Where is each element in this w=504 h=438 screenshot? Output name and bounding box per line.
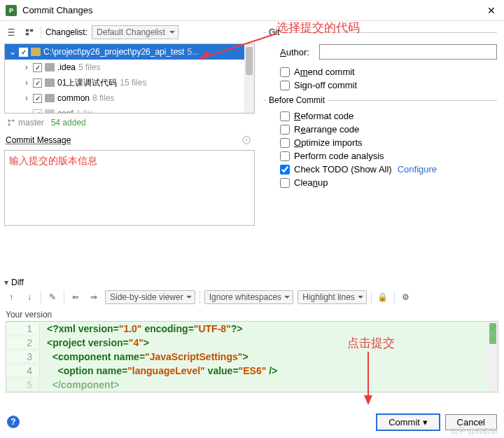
chevron-right-icon[interactable]: › (23, 93, 30, 103)
commit-button[interactable]: Commit ▾ (377, 414, 439, 430)
tree-item[interactable]: ⌄ ✓ conf 1 file (5, 106, 254, 114)
folder-icon (45, 78, 55, 87)
author-label: Author: (280, 47, 315, 57)
chevron-down-icon[interactable]: ⌄ (9, 47, 16, 57)
git-section: Git Author: Amend commit Sign-off commit (263, 32, 497, 90)
close-icon[interactable]: ✕ (484, 5, 498, 16)
history-icon[interactable] (239, 133, 253, 147)
file-tree[interactable]: ⌄ ✓ C:\project\py26_project\py26_api_tes… (4, 43, 255, 114)
svg-point-4 (8, 124, 10, 126)
tree-item[interactable]: › ✓ 01上课调试代码 15 files (5, 75, 254, 90)
svg-point-5 (13, 120, 15, 122)
group-icon[interactable] (22, 25, 36, 39)
diff-toolbar: ↑ ↓ ✎ ⇐ ⇒ Side-by-side viewer Ignore whi… (0, 289, 504, 308)
svg-point-3 (8, 120, 10, 122)
title-bar: P Commit Changes ✕ (0, 0, 504, 21)
commit-message-note: 输入提交的版本信息 (9, 155, 97, 166)
before-commit-legend: Before Commit (266, 95, 328, 105)
configure-link[interactable]: Configure (398, 164, 437, 174)
checkbox[interactable]: ✓ (33, 63, 42, 72)
lock-icon[interactable]: 🔒 (376, 290, 390, 304)
commit-message-input[interactable]: 输入提交的版本信息 (4, 150, 255, 226)
tree-item-name: .idea (57, 62, 76, 72)
help-icon[interactable]: ? (7, 416, 20, 428)
tree-item-meta: 5 files (78, 62, 100, 72)
arrow-down-icon[interactable]: ↓ (22, 290, 36, 304)
signoff-checkbox[interactable] (280, 81, 290, 90)
scrollbar[interactable] (244, 44, 254, 113)
before-commit-section: Before Commit Reformat code Rearrange co… (263, 100, 497, 188)
rearrange-checkbox[interactable] (280, 125, 290, 135)
rearrange-row[interactable]: Rearrange code (280, 124, 497, 135)
whitespace-select[interactable]: Ignore whitespaces (204, 290, 293, 304)
code-line-4: <option name="languageLevel" value="ES6"… (40, 365, 277, 376)
chevron-down-icon[interactable]: ⌄ (23, 109, 30, 114)
cleanup-checkbox[interactable] (280, 178, 290, 188)
diff-header: ▾ Diff (0, 273, 504, 289)
watermark: 知乎 @棕棕班 (450, 426, 498, 437)
arrow-up-icon[interactable]: ↑ (4, 290, 18, 304)
separator (41, 26, 41, 39)
window-title: Commit Changes (22, 5, 484, 15)
todo-checkbox[interactable] (280, 165, 290, 174)
code-line-3: <component name="JavaScriptSettings"> (40, 351, 248, 362)
separator (371, 291, 372, 303)
svg-marker-10 (364, 395, 372, 405)
vcs-status: master 54 added (4, 114, 255, 132)
cleanup-row[interactable]: Cleanup (280, 177, 497, 188)
branch-name: master (18, 118, 44, 128)
edit-icon[interactable]: ✎ (46, 290, 59, 304)
folder-icon (45, 94, 55, 102)
tree-root[interactable]: ⌄ ✓ C:\project\py26_project\py26_api_tes… (5, 44, 254, 60)
gear-icon[interactable]: ⚙ (399, 290, 413, 304)
code-line-5: </component> (40, 379, 120, 390)
gutter: 3 (6, 351, 40, 362)
separator (200, 291, 200, 303)
reformat-checkbox[interactable] (280, 111, 290, 121)
chevron-right-icon[interactable]: › (23, 62, 30, 72)
checkbox[interactable]: ✓ (33, 94, 42, 103)
code-line-1: <?xml version="1.0" encoding="UTF-8"?> (40, 323, 242, 334)
prev-file-icon[interactable]: ⇐ (69, 290, 83, 304)
collapse-all-icon[interactable] (4, 25, 18, 39)
next-file-icon[interactable]: ⇒ (87, 290, 101, 304)
highlight-select[interactable]: Highlight lines (298, 290, 367, 304)
tree-item[interactable]: › ✓ .idea 5 files (5, 60, 254, 75)
diff-label: Diff (11, 278, 24, 287)
analysis-row[interactable]: Perform code analysis (280, 151, 497, 161)
scrollbar[interactable] (488, 322, 498, 392)
tree-item-meta: 1 file (76, 109, 94, 114)
tree-item[interactable]: › ✓ common 8 files (5, 90, 254, 106)
checkbox[interactable]: ✓ (19, 48, 28, 57)
checkbox[interactable]: ✓ (33, 78, 42, 88)
tree-item-name: conf (57, 109, 74, 114)
changelist-select[interactable]: Default Changelist (92, 25, 178, 39)
tree-item-name: common (57, 93, 90, 103)
amend-checkbox-row[interactable]: Amend commit (280, 67, 497, 77)
signoff-checkbox-row[interactable]: Sign-off commit (280, 80, 497, 90)
your-version-label: Your version (0, 308, 504, 321)
gutter: 2 (6, 337, 40, 348)
chevron-down-icon[interactable]: ▾ (4, 278, 8, 287)
optimize-row[interactable]: Optimize imports (280, 137, 497, 148)
separator (41, 291, 41, 303)
svg-rect-1 (30, 29, 33, 32)
reformat-row[interactable]: Reformat code (280, 111, 497, 121)
analysis-checkbox[interactable] (280, 151, 290, 161)
tree-item-name: 01上课调试代码 (57, 77, 117, 89)
author-input[interactable] (319, 44, 497, 60)
checkbox[interactable]: ✓ (33, 109, 42, 114)
code-line-2: <project version="4"> (40, 337, 149, 348)
gutter: 1 (6, 323, 40, 334)
added-count: 54 added (51, 118, 86, 128)
tree-item-meta: 8 files (92, 93, 114, 103)
changelist-label: Changelist: (46, 27, 88, 37)
todo-row[interactable]: Check TODO (Show All) Configure (280, 164, 497, 174)
amend-checkbox[interactable] (280, 67, 290, 77)
code-editor[interactable]: 1<?xml version="1.0" encoding="UTF-8"?> … (6, 321, 498, 392)
separator (394, 291, 395, 303)
optimize-checkbox[interactable] (280, 138, 290, 148)
chevron-right-icon[interactable]: › (23, 78, 30, 88)
svg-rect-2 (26, 33, 29, 36)
viewer-select[interactable]: Side-by-side viewer (105, 290, 195, 304)
